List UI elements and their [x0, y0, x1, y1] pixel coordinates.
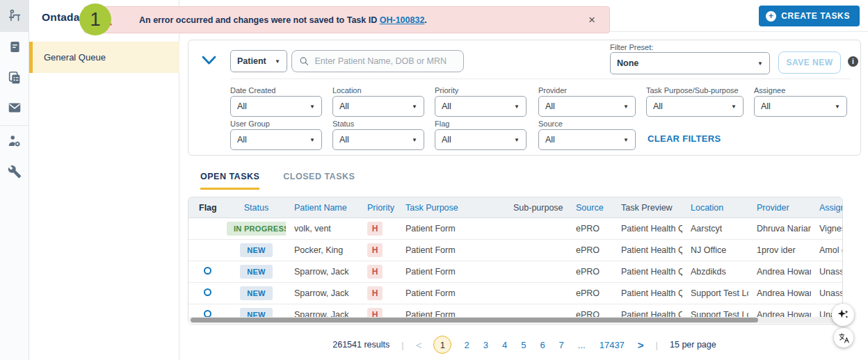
filter-date-created[interactable]: All▼: [230, 96, 322, 117]
filter-label-source: Source: [538, 120, 563, 128]
flag-icon[interactable]: [204, 267, 211, 275]
patient-name-cell: Pocker, King: [286, 245, 359, 255]
task-preview-cell: Patient Health Q...: [613, 245, 682, 255]
sidebar-nav-queues[interactable]: [0, 0, 29, 31]
filter-label-provider: Provider: [538, 86, 567, 95]
chevron-down-icon: ▼: [619, 104, 629, 110]
filter-value: All: [237, 101, 247, 111]
chevron-down-icon: ▼: [727, 104, 737, 110]
task-purpose-cell: Patient Form: [397, 267, 505, 277]
sidebar-item-general-queue[interactable]: General Queue: [29, 42, 179, 73]
page-6[interactable]: 6: [538, 340, 546, 350]
chevron-down-icon: ▼: [753, 60, 763, 67]
translate-button[interactable]: [834, 328, 853, 347]
app-root: Ontada General Queue + CREATE TASKS An e…: [0, 0, 868, 360]
col-sub-purpose: Sub-purpose: [505, 203, 568, 213]
close-icon[interactable]: ×: [588, 13, 595, 27]
next-page-icon[interactable]: >: [638, 339, 644, 351]
page-3[interactable]: 3: [482, 340, 490, 350]
task-preview-cell: Patient Health Q...: [613, 288, 682, 298]
col-task-preview: Task Preview: [613, 203, 682, 213]
source-cell: ePRO: [568, 288, 613, 298]
table-row[interactable]: NEW Sparrow, Jack H Patient Form ePRO Pa…: [188, 283, 842, 304]
page-size-selector[interactable]: 15 per page: [670, 340, 716, 350]
task-purpose-cell: Patient Form: [397, 245, 505, 255]
filter-divider: [230, 79, 851, 79]
filter-value: All: [545, 101, 555, 111]
plus-icon: +: [766, 11, 776, 22]
col-patient-name[interactable]: Patient Name: [286, 203, 359, 213]
chevron-down-icon[interactable]: [201, 54, 217, 67]
filter-provider[interactable]: All▼: [538, 96, 636, 117]
col-priority-label: Priority: [367, 203, 394, 213]
filter-panel: Patient ▼ Filter Preset: None ▼ SAVE NEW…: [188, 40, 861, 156]
clear-filters-link[interactable]: CLEAR FILTERS: [648, 133, 721, 144]
col-task-purpose[interactable]: Task Purpose: [397, 203, 505, 213]
sparkle-icon: [836, 308, 850, 322]
filter-status[interactable]: All▼: [332, 129, 424, 150]
chevron-down-icon: ▼: [408, 137, 417, 143]
page-last[interactable]: 17437: [598, 340, 626, 350]
chevron-down-icon: ▼: [305, 137, 315, 143]
search-input[interactable]: [314, 56, 456, 66]
create-tasks-button[interactable]: + CREATE TASKS: [759, 6, 860, 26]
chevron-down-icon: ▼: [408, 104, 417, 110]
sidebar-nav-user-admin[interactable]: [0, 129, 29, 153]
col-source[interactable]: Source: [568, 203, 613, 213]
filter-source[interactable]: All▼: [538, 129, 636, 150]
ai-assistant-button[interactable]: [832, 304, 854, 326]
flag-icon[interactable]: [204, 288, 211, 296]
filter-user-group[interactable]: All▼: [230, 129, 322, 150]
error-message-period: .: [424, 15, 426, 25]
task-purpose-cell: Patient Form: [397, 288, 505, 298]
col-status[interactable]: Status: [227, 203, 286, 213]
table-row[interactable]: NEW Sparrow, Jack H Patient Form ePRO Pa…: [188, 261, 842, 283]
page-2[interactable]: 2: [463, 340, 470, 350]
chevron-down-icon: ▼: [830, 104, 840, 110]
table-row[interactable]: NEW Pocker, King H Patient Form ePRO Pat…: [188, 240, 842, 261]
col-priority[interactable]: Priority↓: [359, 203, 397, 213]
table-row[interactable]: IN PROGRESS volk, vent H Patient Form eP…: [188, 218, 842, 240]
assignee-cell: Vignesh: [811, 224, 842, 234]
filter-task-purpose[interactable]: All▼: [646, 96, 744, 117]
filter-label-date-created: Date Created: [230, 86, 275, 95]
filter-label-status: Status: [332, 120, 354, 128]
task-id-link[interactable]: OH-100832: [380, 15, 425, 25]
filter-preset-select[interactable]: None ▼: [610, 52, 770, 74]
filter-value: All: [339, 135, 349, 145]
sidebar-nav-tasks[interactable]: [0, 66, 29, 90]
patient-search: [291, 50, 464, 72]
chevron-down-icon: ▼: [271, 58, 280, 65]
provider-cell: 1prov ider: [748, 245, 811, 255]
filter-assignee[interactable]: All▼: [754, 96, 847, 117]
error-banner: An error occurred and changes were not s…: [83, 6, 610, 33]
filter-location[interactable]: All▼: [332, 96, 424, 117]
assignee-cell: Unassig: [811, 288, 842, 298]
page-4[interactable]: 4: [501, 340, 508, 350]
info-icon[interactable]: i: [848, 56, 858, 67]
page-5[interactable]: 5: [520, 340, 527, 350]
save-new-button[interactable]: SAVE NEW: [778, 51, 841, 74]
filter-flag[interactable]: All▼: [435, 129, 527, 150]
sidebar-nav-messages[interactable]: [0, 96, 29, 120]
col-provider[interactable]: Provider: [748, 203, 811, 213]
sidebar-nav-documents[interactable]: [0, 35, 29, 58]
tab-closed-tasks[interactable]: CLOSED TASKS: [283, 172, 355, 190]
col-assignee[interactable]: Assignee: [811, 203, 842, 213]
page-7[interactable]: 7: [558, 340, 565, 350]
assignee-cell: Unassig: [811, 267, 842, 277]
prev-page-icon[interactable]: <: [416, 339, 422, 351]
tab-open-tasks[interactable]: OPEN TASKS: [200, 172, 259, 190]
sidebar-nav-tools[interactable]: [0, 160, 29, 183]
document-icon: [8, 40, 22, 54]
filter-priority[interactable]: All▼: [435, 96, 527, 117]
status-badge: IN PROGRESS: [227, 222, 286, 236]
chevron-down-icon: ▼: [619, 137, 629, 143]
search-type-select[interactable]: Patient ▼: [230, 50, 287, 72]
horizontal-scrollbar[interactable]: [189, 317, 842, 323]
scrollbar-thumb[interactable]: [191, 318, 758, 322]
task-purpose-cell: Patient Form: [397, 224, 505, 234]
icon-rail: [0, 0, 29, 360]
col-location[interactable]: Location: [682, 203, 748, 213]
page-1-current[interactable]: 1: [433, 336, 451, 354]
